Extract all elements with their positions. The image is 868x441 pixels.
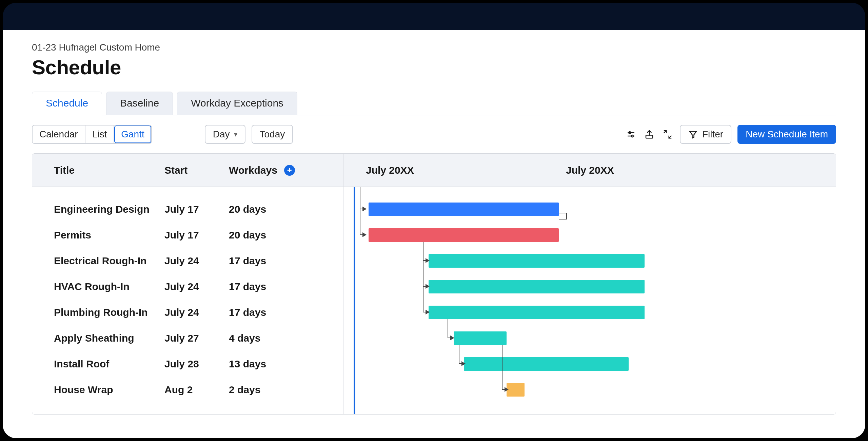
zoom-label: Day: [213, 129, 230, 140]
table-row[interactable]: Engineering DesignJuly 1720 days: [32, 196, 343, 222]
timeline-header-1: July 20XX: [544, 165, 744, 176]
tab-workday-exceptions[interactable]: Workday Exceptions: [177, 92, 297, 115]
gantt-bar[interactable]: [369, 203, 559, 216]
view-switcher: Calendar List Gantt: [32, 125, 152, 144]
gantt-pane[interactable]: [343, 187, 836, 414]
table-row[interactable]: HVAC Rough-InJuly 2417 days: [32, 274, 343, 300]
col-header-start[interactable]: Start: [164, 165, 229, 176]
today-button[interactable]: Today: [252, 125, 293, 144]
task-table: Engineering DesignJuly 1720 daysPermitsJ…: [32, 187, 343, 414]
settings-sliders-icon[interactable]: [625, 128, 637, 140]
tabs: Schedule Baseline Workday Exceptions: [32, 91, 836, 115]
cell-start: July 24: [164, 281, 229, 292]
cell-workdays: 20 days: [229, 229, 303, 241]
share-icon[interactable]: [643, 128, 655, 140]
cell-workdays: 17 days: [229, 255, 303, 267]
table-row[interactable]: Install RoofJuly 2813 days: [32, 351, 343, 377]
filter-button[interactable]: Filter: [680, 125, 731, 144]
cell-workdays: 2 days: [229, 384, 303, 396]
cell-title: Electrical Rough-In: [32, 255, 164, 267]
table-row[interactable]: Electrical Rough-InJuly 2417 days: [32, 248, 343, 274]
table-row[interactable]: PermitsJuly 1720 days: [32, 222, 343, 248]
cell-title: Apply Sheathing: [32, 332, 164, 344]
cell-title: Permits: [32, 229, 164, 241]
cell-start: July 27: [164, 332, 229, 344]
col-header-workdays[interactable]: Workdays +: [229, 165, 303, 176]
new-schedule-item-button[interactable]: New Schedule Item: [737, 125, 836, 144]
cell-start: July 17: [164, 204, 229, 215]
window-titlebar: [3, 3, 865, 30]
gantt-bar[interactable]: [429, 254, 645, 268]
collapse-icon[interactable]: [662, 128, 674, 140]
cell-title: HVAC Rough-In: [32, 281, 164, 292]
cell-workdays: 4 days: [229, 332, 303, 344]
cell-workdays: 13 days: [229, 358, 303, 370]
cell-workdays: 17 days: [229, 307, 303, 318]
gantt-bar[interactable]: [464, 357, 629, 371]
table-row[interactable]: Apply SheathingJuly 274 days: [32, 325, 343, 351]
cell-start: Aug 2: [164, 384, 229, 396]
gantt-bar[interactable]: [429, 280, 645, 293]
view-calendar[interactable]: Calendar: [33, 126, 85, 143]
gantt-bar[interactable]: [507, 383, 525, 397]
grid-header: Title Start Workdays + July 20XX July 20…: [32, 154, 836, 187]
cell-workdays: 20 days: [229, 204, 303, 215]
cell-start: July 24: [164, 255, 229, 267]
page-title: Schedule: [32, 56, 836, 79]
zoom-select[interactable]: Day ▾: [205, 125, 245, 144]
schedule-grid: Title Start Workdays + July 20XX July 20…: [32, 153, 836, 415]
gantt-bar[interactable]: [454, 331, 507, 345]
cell-title: Install Roof: [32, 358, 164, 370]
view-list[interactable]: List: [85, 126, 115, 143]
table-row[interactable]: Plumbing Rough-InJuly 2417 days: [32, 300, 343, 325]
cell-title: Plumbing Rough-In: [32, 307, 164, 318]
gantt-bar[interactable]: [369, 228, 559, 242]
breadcrumb[interactable]: 01-23 Hufnagel Custom Home: [32, 42, 836, 53]
cell-start: July 24: [164, 307, 229, 318]
dependency-arrow: [502, 345, 508, 390]
toolbar: Calendar List Gantt Day ▾ Today Fi: [32, 125, 836, 144]
cell-start: July 17: [164, 229, 229, 241]
table-row[interactable]: House WrapAug 22 days: [32, 377, 343, 403]
filter-icon: [688, 129, 698, 139]
col-header-workdays-label: Workdays: [229, 165, 277, 176]
add-column-icon[interactable]: +: [284, 165, 295, 176]
gantt-baseline-marker: [559, 213, 567, 219]
filter-label: Filter: [702, 129, 723, 140]
dependency-arrow: [448, 319, 454, 338]
tab-schedule[interactable]: Schedule: [32, 92, 102, 115]
dependency-arrow: [423, 242, 429, 312]
timeline-header-0: July 20XX: [343, 165, 544, 176]
dependency-arrow: [360, 187, 366, 235]
gantt-bar[interactable]: [429, 306, 645, 319]
cell-start: July 28: [164, 358, 229, 370]
dependency-arrow: [459, 345, 465, 364]
svg-rect-4: [646, 135, 653, 138]
cell-title: House Wrap: [32, 384, 164, 396]
chevron-down-icon: ▾: [234, 130, 237, 138]
col-header-title[interactable]: Title: [32, 165, 164, 176]
cell-workdays: 17 days: [229, 281, 303, 292]
cell-title: Engineering Design: [32, 204, 164, 215]
view-gantt[interactable]: Gantt: [114, 126, 151, 143]
today-line: [354, 187, 355, 414]
tab-baseline[interactable]: Baseline: [106, 92, 173, 115]
